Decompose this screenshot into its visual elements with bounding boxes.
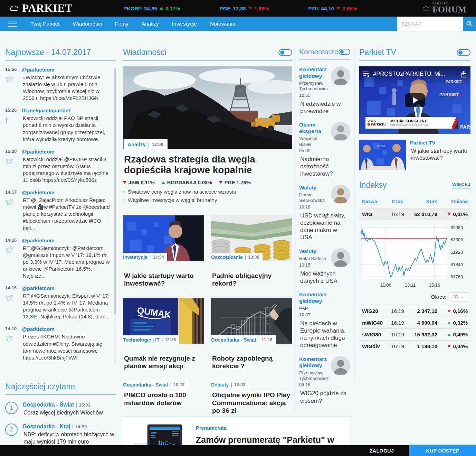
feed-item[interactable]: 14:17 @parkietcom RT @_ZajacPiotr: Arkad… xyxy=(5,189,111,231)
nav-item-notowania[interactable]: Notowania xyxy=(203,17,242,31)
news-card[interactable]: Gospodarka - Świat | 11:16 Roboty zapobi… xyxy=(211,298,292,370)
card-title[interactable]: Qumak nie rezygnuje z planów emisji akcj… xyxy=(123,355,204,370)
guest-name: MICHAŁ KONIECZNY xyxy=(390,119,452,123)
buy-access-button[interactable]: KUP DOSTĘP xyxy=(409,445,476,456)
related-article-link[interactable]: ›Wątpliwe inwestycje w węgiel brunatny xyxy=(123,197,292,203)
category-link[interactable]: Inwestycje xyxy=(123,254,147,260)
category-link[interactable]: Analizy xyxy=(127,141,146,147)
category-link[interactable]: Oszczędzanie xyxy=(211,254,243,260)
play-button[interactable] xyxy=(405,93,425,107)
news-card[interactable]: Inwestycje | 14:34 W jakie startupy wart… xyxy=(123,215,204,288)
nav-item-firmy[interactable]: Firmy xyxy=(108,17,135,31)
comment-headline[interactable]: Na giełdach w Europie wahania, na rynkac… xyxy=(299,320,350,349)
feed-source-link[interactable]: @parkietcom xyxy=(22,189,111,195)
comment-headline[interactable]: Niedźwiedzie w przewadze xyxy=(299,100,350,115)
most-read-item[interactable]: 2 Gospodarka - Kraj|14:59 NBP: deficyt w… xyxy=(5,424,116,446)
main-article[interactable]: Analizy | 12:00 xyxy=(123,66,292,149)
comment-headline[interactable]: Moc ważnych danych z USA xyxy=(299,270,350,285)
index-row-wig[interactable]: WIG 16:19 62 010,79 0,01% xyxy=(359,208,470,220)
nav-item-twoj-parkiet[interactable]: Twój Parkiet xyxy=(24,17,66,31)
comment-category[interactable]: Waluty xyxy=(299,185,329,191)
share-icon[interactable] xyxy=(460,71,467,78)
card-title[interactable]: Oficjalne wyniki IPO Play Communications… xyxy=(211,391,292,415)
feed-source-link[interactable]: @parkietcom xyxy=(22,238,111,243)
ticker-pzu[interactable]: PZU 44,10 0,65% xyxy=(308,6,357,11)
index-row-swig80[interactable]: sWIG80 16:19 15 932,32 0,49% xyxy=(359,328,470,340)
comment-headline[interactable]: WIG20 pójdzie za ciosem? xyxy=(299,390,350,404)
card-title[interactable]: PIMCO urosło o 100 miliardów dolarów xyxy=(123,391,204,407)
news-card[interactable]: Gospodarka - Świat | 10:12 PIMCO urosło … xyxy=(123,380,204,415)
category-link[interactable]: Debiuty xyxy=(211,382,229,388)
feed-scrollbar-thumb[interactable] xyxy=(114,68,116,314)
feed-item[interactable]: 14:16 @parkietcom RT @GSiemionczyk: Eksp… xyxy=(5,285,111,320)
category-link[interactable]: Gospodarka - Świat xyxy=(211,337,256,343)
comments-toggle[interactable] xyxy=(339,49,350,55)
comment-category[interactable]: Komentarz giełdowy xyxy=(299,291,350,304)
comment-item[interactable]: Komentarz giełdowy PAP 10:07 Na giełdach… xyxy=(299,291,350,349)
category-link[interactable]: Gospodarka - Kraj xyxy=(22,424,70,429)
news-card[interactable]: QUMAK Technologie i IT | 12:26 Qumak nie… xyxy=(123,298,204,370)
category-link[interactable]: Technologie i IT xyxy=(123,337,160,343)
card-title[interactable]: Padnie obligacyjny rekord? xyxy=(211,272,292,288)
category-link[interactable]: Gospodarka - Świat xyxy=(22,402,74,408)
search-button[interactable] xyxy=(463,17,476,31)
comment-item[interactable]: Okiem eksperta Wojciech Białek 05:00 Nad… xyxy=(299,122,350,177)
feed-item[interactable]: 14:16 @parkietcom RT @GSiemionczyk: @Par… xyxy=(5,238,111,279)
related-ticker[interactable]: PGE 1.76% xyxy=(219,180,251,185)
most-read-item[interactable]: 1 Gospodarka - Świat|15:03 Coraz więcej … xyxy=(5,402,116,417)
indices-more-link[interactable]: WIĘCEJ xyxy=(452,182,470,188)
feed-source-link[interactable]: fb.me/gazetaparkiet xyxy=(22,108,111,113)
forum-logo[interactable]: PARKIET FORUM xyxy=(422,2,466,14)
tv-item-label[interactable]: Parkiet TV xyxy=(410,140,470,146)
ticker-pge[interactable]: PGE 12,88 1,68% xyxy=(220,6,269,11)
search-input[interactable] xyxy=(397,21,467,27)
card-title[interactable]: W jakie startupy warto inwestować? xyxy=(123,272,204,288)
comment-item[interactable]: Komentarz giełdowy Przemysław Tychmanowi… xyxy=(299,356,350,404)
comment-headline[interactable]: Nadmierna ostrożność inwestorów? xyxy=(299,156,350,178)
related-ticker[interactable]: JSW 0.11% xyxy=(123,180,155,185)
hamburger-menu-icon[interactable] xyxy=(8,21,17,27)
index-row-mwig40[interactable]: mWIG40 16:19 4 900,64 0,32% xyxy=(359,317,470,328)
tv-list-item[interactable]: 02:14 Parkiet TV W jakie start-upy warto… xyxy=(359,140,470,170)
comment-item[interactable]: Waluty Dorota Sierakowska 10:18 USD wcią… xyxy=(299,185,350,241)
feed-source-link[interactable]: @parkietcom xyxy=(22,67,111,73)
most-read-item-title[interactable]: Coraz więcej biednych Włochów xyxy=(22,409,104,417)
nav-item-wiadomosci[interactable]: Wiadomości xyxy=(66,17,108,31)
period-select[interactable]: 1D ⌄ xyxy=(450,292,469,301)
feed-item[interactable]: 15:56 @parkietcom #Włochy: W absolutnym … xyxy=(5,67,111,102)
video-title[interactable]: #PROSTOzPARKIETU: Mi... xyxy=(373,71,457,77)
related-article-link[interactable]: ›Światowe ceny węgla znów na ścieżce wzr… xyxy=(123,189,292,195)
ticker-pkobp[interactable]: PKOBP 34,86 0,17% xyxy=(123,6,180,11)
index-row-wig20[interactable]: WIG20 16:19 2 347,12 0,16% xyxy=(359,305,470,317)
comment-category[interactable]: Waluty xyxy=(299,248,329,255)
most-read-item-title[interactable]: NBP: deficyt w obrotach bieżących w maju… xyxy=(22,431,116,446)
login-button[interactable]: ZALOGUJ xyxy=(354,448,409,454)
nav-item-inwestycje[interactable]: Inwestycje xyxy=(165,17,203,31)
feed-item[interactable]: 15:20 @parkietcom Katowicki oddział @PKO… xyxy=(5,149,111,184)
related-ticker[interactable]: BOGDANKA 0.03% xyxy=(162,180,212,185)
main-article-headline[interactable]: Rządowa strategia dla węgla dopieściła k… xyxy=(123,154,292,176)
comment-category[interactable]: Komentarz giełdowy xyxy=(299,356,329,369)
comment-item[interactable]: Waluty Rafał Sadoch 10:15 Moc ważnych da… xyxy=(299,248,350,285)
feed-source-link[interactable]: @parkietcom xyxy=(22,285,111,291)
news-toggle[interactable] xyxy=(278,49,292,56)
tv-toggle[interactable] xyxy=(457,49,470,56)
tv-item-title[interactable]: W jakie start-upy warto inwestować? xyxy=(410,148,470,161)
comment-category[interactable]: Komentarz giełdowy xyxy=(299,66,329,79)
nav-item-analizy[interactable]: Analizy xyxy=(135,17,165,31)
news-card[interactable]: Debiuty | 10:03 Oficjalne wyniki IPO Pla… xyxy=(211,380,292,415)
parkiet-logo[interactable]: PARKIET xyxy=(9,2,73,15)
index-row-wigdiv[interactable]: WIGdiv 16:19 1 188,10 0,04% xyxy=(359,340,470,352)
feed-source-link[interactable]: @parkietcom xyxy=(22,149,111,155)
feed-item[interactable]: 14:10 @parkietcom Prezes #KGHM: Niedawno… xyxy=(5,326,111,361)
feed-item[interactable]: 15:26 f fb.me/gazetaparkiet Katowicki od… xyxy=(5,108,111,142)
feed-source-link[interactable]: @parkietcom xyxy=(22,326,111,332)
comment-item[interactable]: Komentarz giełdowy Przemysław Tychmanowi… xyxy=(299,66,350,115)
video-player[interactable]: PARKIET● PARKIET● PARKI #PROSTOzPARKIETU… xyxy=(359,66,470,134)
news-card[interactable]: Oszczędzanie | 13:06 Padnie obligacyjny … xyxy=(211,215,292,288)
category-link[interactable]: Gospodarka - Świat xyxy=(123,382,168,388)
card-title[interactable]: Roboty zapobiegną korekcie ? xyxy=(211,355,292,370)
playlist-icon[interactable] xyxy=(363,71,370,77)
comment-category[interactable]: Okiem eksperta xyxy=(299,122,329,134)
comment-headline[interactable]: USD wciąż słaby, oczekiwanie na dane mak… xyxy=(299,212,350,241)
